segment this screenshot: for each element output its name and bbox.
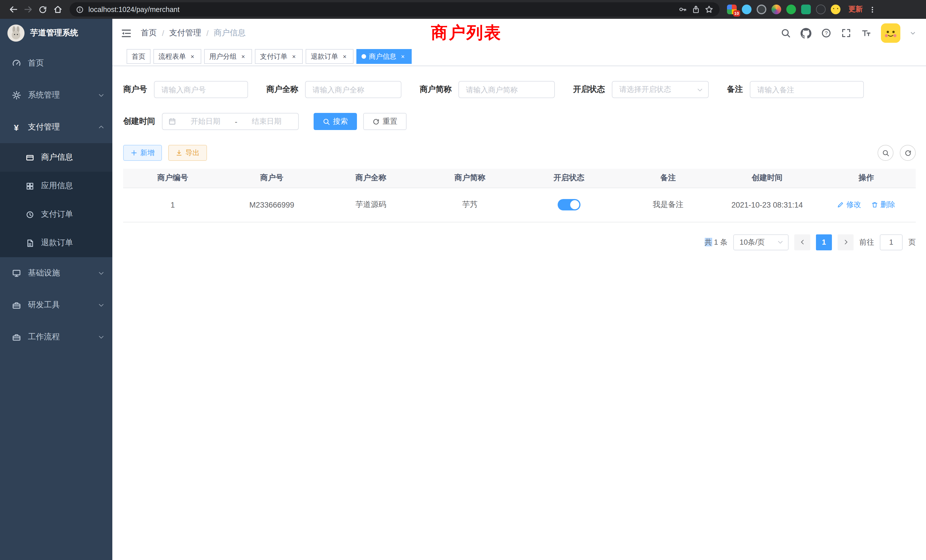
- font-size-icon[interactable]: [861, 28, 871, 38]
- remark-label: 备注: [727, 85, 743, 95]
- cell-merchant-id: 1: [123, 188, 222, 222]
- page-size-value: 10条/页: [740, 237, 765, 247]
- remark-input[interactable]: [750, 81, 864, 98]
- breadcrumb-separator: /: [206, 29, 209, 38]
- pagination-total-selected: 共: [705, 238, 712, 246]
- export-button[interactable]: 导出: [168, 145, 207, 161]
- sidebar-item-payment[interactable]: ¥ 支付管理: [0, 111, 112, 143]
- col-status: 开启状态: [519, 169, 619, 188]
- search-button[interactable]: 搜索: [313, 113, 357, 130]
- tab-merchant-info[interactable]: 商户信息 ×: [356, 49, 412, 64]
- extension-icon-4[interactable]: [772, 5, 781, 14]
- sidebar-item-app-info[interactable]: 应用信息: [0, 172, 112, 200]
- extension-icon-6[interactable]: [801, 5, 811, 14]
- date-separator: -: [235, 117, 238, 126]
- tab-close-icon[interactable]: ×: [239, 53, 247, 60]
- status-toggle[interactable]: [558, 199, 581, 210]
- sidebar-item-home[interactable]: 首页: [0, 47, 112, 79]
- extension-icon-2[interactable]: [742, 5, 752, 14]
- edit-link[interactable]: 修改: [837, 200, 861, 210]
- sidebar-item-merchant-info[interactable]: 商户信息: [0, 143, 112, 172]
- tab-close-icon[interactable]: ×: [341, 53, 348, 60]
- tab-process-form[interactable]: 流程表单 ×: [153, 49, 201, 64]
- cell-status: [519, 188, 619, 222]
- annotation-merchant-list: 商户列表: [431, 22, 502, 44]
- browser-update-button[interactable]: 更新: [849, 5, 863, 14]
- home-icon[interactable]: [50, 2, 65, 17]
- share-icon[interactable]: [691, 5, 700, 14]
- next-page-button[interactable]: [838, 234, 853, 250]
- toggle-search-icon[interactable]: [878, 145, 894, 161]
- fullscreen-icon[interactable]: [841, 28, 851, 38]
- document-icon: [25, 239, 35, 247]
- monitor-icon: [11, 269, 21, 278]
- full-name-input[interactable]: [305, 81, 401, 98]
- search-icon[interactable]: [781, 28, 791, 38]
- extension-icon-5[interactable]: [786, 5, 796, 14]
- top-navbar: 首页 / 支付管理 / 商户信息 ?: [112, 19, 926, 47]
- extension-icon-8[interactable]: [831, 5, 840, 14]
- status-select[interactable]: 请选择开启状态: [612, 81, 709, 98]
- svg-text:?: ?: [825, 30, 828, 36]
- tab-refund-order[interactable]: 退款订单 ×: [306, 49, 354, 64]
- tab-label: 退款订单: [311, 51, 338, 61]
- cell-merchant-no: M233666999: [222, 188, 322, 222]
- sidebar-item-infra[interactable]: 基础设施: [0, 257, 112, 289]
- url-text[interactable]: localhost:1024/pay/merchant: [88, 5, 180, 14]
- jump-page-input[interactable]: [880, 234, 903, 250]
- sidebar-toggle-icon[interactable]: [121, 28, 132, 38]
- extensions-row: 10: [727, 5, 840, 14]
- sidebar-item-system[interactable]: 系统管理: [0, 79, 112, 111]
- reload-icon[interactable]: [35, 2, 50, 17]
- clock-icon: [25, 210, 35, 219]
- user-menu-caret-icon[interactable]: [910, 30, 916, 36]
- site-info-icon[interactable]: [76, 5, 84, 14]
- table-toolbar: 新增 导出: [123, 145, 916, 161]
- tab-label: 用户分组: [209, 51, 237, 61]
- help-icon[interactable]: ?: [821, 28, 831, 38]
- payment-submenu: 商户信息 应用信息 支付订单: [0, 143, 112, 257]
- sidebar-item-refund-order[interactable]: 退款订单: [0, 229, 112, 257]
- toolbox-icon: [11, 333, 21, 342]
- tab-user-group[interactable]: 用户分组 ×: [204, 49, 252, 64]
- pagination: 共 1 条 10条/页 1 前往: [123, 234, 916, 250]
- short-name-input[interactable]: [458, 81, 555, 98]
- bookmark-star-icon[interactable]: [705, 5, 713, 14]
- sidebar-item-dev-tools[interactable]: 研发工具: [0, 289, 112, 321]
- browser-menu-icon[interactable]: [869, 5, 876, 14]
- refresh-icon[interactable]: [900, 145, 916, 161]
- active-tab-dot: [362, 54, 366, 59]
- export-button-label: 导出: [185, 148, 200, 158]
- user-avatar[interactable]: [881, 23, 900, 43]
- extension-icon-3[interactable]: [757, 5, 766, 14]
- tab-close-icon[interactable]: ×: [189, 53, 196, 60]
- github-icon[interactable]: [800, 28, 811, 38]
- merchant-no-input[interactable]: [154, 81, 248, 98]
- forward-icon[interactable]: [21, 2, 35, 17]
- tab-close-icon[interactable]: ×: [290, 53, 298, 60]
- create-time-range-picker[interactable]: 开始日期 - 结束日期: [162, 113, 299, 130]
- tab-close-icon[interactable]: ×: [399, 53, 407, 60]
- screen: localhost:1024/pay/merchant 10: [0, 0, 926, 560]
- sidebar-item-pay-order[interactable]: 支付订单: [0, 200, 112, 229]
- chevron-down-icon: [98, 334, 104, 340]
- delete-link[interactable]: 删除: [871, 200, 895, 210]
- sidebar-item-workflow[interactable]: 工作流程: [0, 321, 112, 353]
- yen-icon: ¥: [11, 123, 21, 132]
- extension-icon-7[interactable]: [816, 5, 826, 14]
- breadcrumb-payment[interactable]: 支付管理: [169, 28, 201, 38]
- prev-page-button[interactable]: [794, 234, 810, 250]
- tab-pay-order[interactable]: 支付订单 ×: [255, 49, 303, 64]
- page-size-select[interactable]: 10条/页: [733, 234, 788, 250]
- dashboard-icon: [11, 59, 21, 68]
- password-key-icon[interactable]: [679, 5, 687, 14]
- tab-home[interactable]: 首页: [127, 49, 151, 64]
- breadcrumb-home[interactable]: 首页: [141, 28, 157, 38]
- extension-icon-1[interactable]: 10: [727, 5, 737, 14]
- address-bar[interactable]: localhost:1024/pay/merchant: [70, 2, 720, 17]
- back-icon[interactable]: [6, 2, 21, 17]
- reset-button[interactable]: 重置: [363, 113, 407, 130]
- add-button[interactable]: 新增: [123, 145, 162, 161]
- app-logo: 芋道管理系统: [0, 19, 112, 47]
- page-number-button[interactable]: 1: [816, 234, 832, 250]
